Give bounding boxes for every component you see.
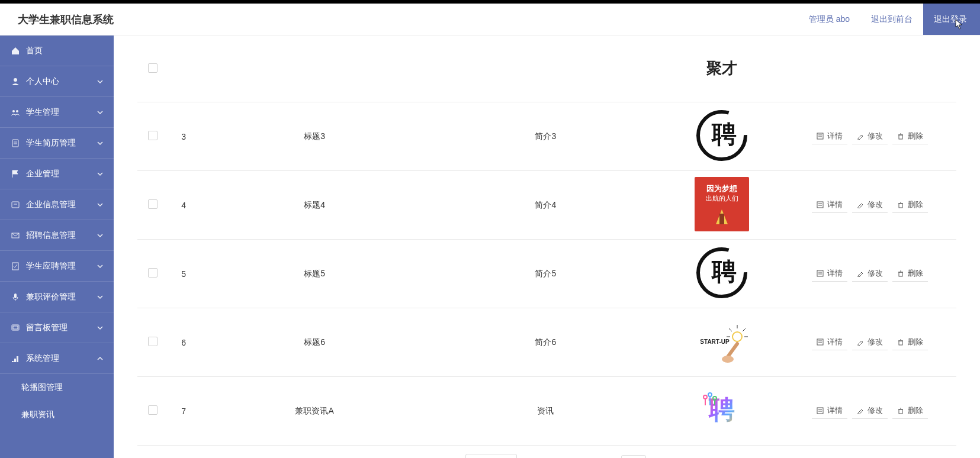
row-title: 标题5 [199,240,430,308]
sidebar-item-9[interactable]: 留言板管理 [0,312,114,343]
svg-point-1 [12,110,15,112]
group-icon [11,108,20,117]
row-title: 标题6 [199,308,430,377]
row-checkbox[interactable] [148,268,158,278]
edit-icon [857,338,864,346]
delete-button[interactable]: 删除 [892,334,928,350]
data-table: 聚才3标题3简介3聘详情修改删除4标题4简介4因为梦想出航的人们详情修改删除5标… [137,36,956,446]
chevron-down-icon [97,140,103,146]
row-checkbox[interactable] [148,405,158,415]
mail-icon [11,231,20,240]
detail-button[interactable]: 详情 [812,266,847,282]
detail-icon [817,201,824,208]
edit-label: 修改 [867,268,883,279]
row-index: 3 [168,102,199,171]
sidebar-item-6[interactable]: 招聘信息管理 [0,220,114,251]
sidebar-item-0[interactable]: 首页 [0,36,114,66]
sidebar-item-5[interactable]: 企业信息管理 [0,189,114,220]
chevron-up-icon [97,356,103,362]
delete-label: 删除 [908,405,923,416]
sidebar-label: 留言板管理 [26,322,97,333]
row-thumbnail: 聘 [695,246,749,300]
svg-rect-14 [14,359,16,362]
chevron-down-icon [97,79,103,85]
row-intro: 资讯 [430,377,661,446]
row-checkbox[interactable] [148,199,158,209]
delete-button[interactable]: 删除 [892,266,928,282]
sidebar: 首页个人中心学生管理学生简历管理企业管理企业信息管理招聘信息管理学生应聘管理兼职… [0,36,114,458]
svg-rect-67 [899,409,902,414]
sidebar-subitem-1[interactable]: 兼职资讯 [0,401,114,428]
row-intro: 简介6 [430,308,661,377]
sidebar-label: 学生应聘管理 [26,261,97,272]
svg-text:出航的人们: 出航的人们 [706,195,738,202]
sidebar-label: 招聘信息管理 [26,230,97,241]
logout-link[interactable]: 退出登录 [923,4,980,35]
sidebar-item-10[interactable]: 系统管理 [0,343,114,374]
row-title: 标题4 [199,171,430,240]
detail-label: 详情 [827,337,843,347]
header: 大学生兼职信息系统 管理员 abo 退出到前台 退出登录 [0,4,980,36]
row-checkbox[interactable] [148,131,158,140]
svg-rect-37 [817,270,823,276]
edit-icon [857,270,864,277]
admin-link[interactable]: 管理员 abo [798,4,860,35]
table-row: 4标题4简介4因为梦想出航的人们详情修改删除 [137,171,956,240]
row-thumbnail: 聘 [695,108,749,163]
svg-rect-13 [12,361,14,362]
svg-text:聘: 聘 [708,395,735,424]
sidebar-item-1[interactable]: 个人中心 [0,66,114,97]
row-checkbox[interactable] [148,63,158,73]
home-icon [11,46,20,56]
edit-button[interactable]: 修改 [852,334,888,350]
sidebar-item-7[interactable]: 学生应聘管理 [0,251,114,282]
chevron-down-icon [97,294,103,300]
detail-button[interactable]: 详情 [812,197,847,213]
row-title [199,36,430,102]
svg-rect-54 [899,341,902,345]
sidebar-item-8[interactable]: 兼职评价管理 [0,282,114,312]
pagination: 共 7 条 10条/页 1 前往 页 [137,446,956,458]
svg-line-49 [729,328,732,331]
delete-button[interactable]: 删除 [892,128,928,144]
sidebar-item-3[interactable]: 学生简历管理 [0,128,114,159]
svg-point-2 [16,110,18,112]
app-title: 大学生兼职信息系统 [18,12,114,27]
exit-front-link[interactable]: 退出到前台 [860,4,923,35]
logout-label: 退出登录 [934,14,967,25]
detail-button[interactable]: 详情 [812,334,847,350]
table-row: 聚才 [137,36,956,102]
detail-button[interactable]: 详情 [812,403,847,419]
chevron-down-icon [97,171,103,177]
trash-icon [897,338,904,346]
chevron-down-icon [97,263,103,269]
row-actions: 详情修改删除 [783,102,956,171]
sidebar-item-4[interactable]: 企业管理 [0,159,114,189]
edit-label: 修改 [867,337,883,347]
detail-icon [817,407,824,414]
edit-label: 修改 [867,131,883,141]
sidebar-label: 首页 [26,46,103,56]
sidebar-item-2[interactable]: 学生管理 [0,97,114,128]
svg-rect-22 [899,135,902,139]
sidebar-subitem-0[interactable]: 轮播图管理 [0,374,114,401]
svg-rect-64 [817,408,823,414]
delete-button[interactable]: 删除 [892,197,928,213]
pager-per-page-select[interactable]: 10条/页 [465,454,517,458]
apply-icon [11,262,20,271]
svg-point-44 [732,332,742,341]
edit-button[interactable]: 修改 [852,403,888,419]
svg-line-48 [743,328,746,331]
svg-rect-10 [14,293,17,298]
row-checkbox[interactable] [148,337,158,346]
sidebar-sub-label: 兼职资讯 [21,409,103,420]
svg-point-59 [708,393,712,396]
edit-button[interactable]: 修改 [852,128,888,144]
detail-button[interactable]: 详情 [812,128,847,144]
edit-button[interactable]: 修改 [852,197,888,213]
svg-text:聘: 聘 [711,258,737,285]
edit-button[interactable]: 修改 [852,266,888,282]
pager-goto-input[interactable] [621,455,646,458]
row-thumbnail: 聚才 [695,41,749,96]
delete-button[interactable]: 删除 [892,403,928,419]
